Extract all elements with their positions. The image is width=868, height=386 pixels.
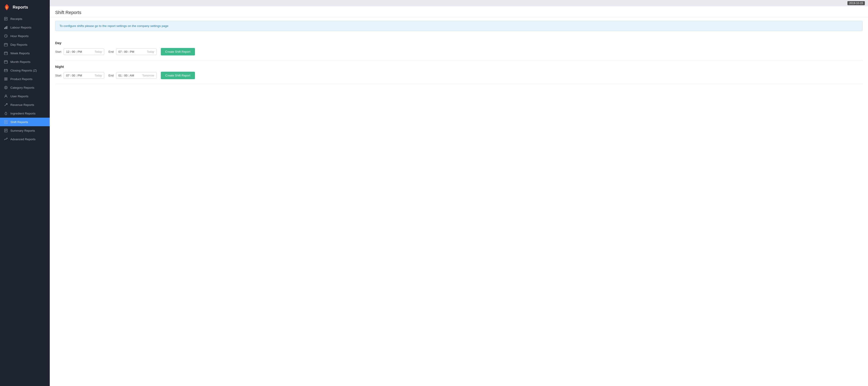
sidebar-item-month-reports[interactable]: Month Reports: [0, 57, 50, 66]
closing-icon: [4, 68, 8, 72]
start-time-value: 12 : 00 : PM: [66, 50, 93, 53]
sidebar-item-label: Revenue Reports: [10, 103, 46, 107]
sidebar-item-day-reports[interactable]: Day Reports: [0, 40, 50, 49]
svg-rect-26: [4, 78, 6, 79]
svg-rect-28: [4, 79, 6, 80]
start-label: Start: [55, 50, 61, 53]
svg-point-31: [5, 87, 6, 88]
end-field-group: End 01 : 00 : AM Tomorrow: [108, 72, 156, 79]
svg-rect-10: [4, 43, 7, 46]
sidebar-item-label: Closing Reports (Z): [10, 69, 46, 72]
end-field-group: End 07 : 00 : PM Today: [108, 49, 156, 55]
start-time-input-day[interactable]: 12 : 00 : PM Today: [64, 49, 104, 55]
create-shift-report-button-day[interactable]: Create Shift Report: [161, 48, 195, 55]
month-icon: [4, 60, 8, 64]
summary-icon: [4, 129, 8, 132]
start-field-group: Start 12 : 00 : PM Today: [55, 49, 104, 55]
sidebar-item-labour-reports[interactable]: Labour Reports: [0, 23, 50, 32]
shift-row-day: Start 12 : 00 : PM Today End 07 : 00 : P…: [55, 48, 863, 55]
svg-rect-5: [5, 27, 6, 29]
app-logo: [3, 4, 10, 11]
sidebar-item-category-reports[interactable]: Category Reports: [0, 83, 50, 92]
sidebar-item-label: Day Reports: [10, 43, 46, 47]
sidebar-item-label: Ingredient Reports: [10, 112, 46, 115]
sidebar-item-advanced-reports[interactable]: Advanced Reports: [0, 135, 50, 144]
shift-name-day: Day: [55, 41, 863, 45]
shift-section-night: Night Start 07 : 00 : PM Today End 01 : …: [55, 60, 863, 84]
top-bar: 2019-10-15: [50, 0, 868, 6]
sidebar-item-revenue-reports[interactable]: Revenue Reports: [0, 100, 50, 109]
start-time-day: Today: [95, 50, 102, 53]
sidebar-header: Reports: [0, 0, 50, 14]
end-time-day: Tomorrow: [142, 74, 154, 77]
advanced-icon: [4, 137, 8, 141]
sidebar-item-label: Week Reports: [10, 52, 46, 55]
sidebar-item-week-reports[interactable]: Week Reports: [0, 49, 50, 57]
date-badge: 2019-10-15: [847, 1, 865, 5]
end-time-day: Today: [147, 50, 154, 53]
main-content: 2019-10-15 Shift Reports To configure sh…: [50, 0, 868, 386]
day-icon: [4, 43, 8, 47]
end-time-value: 07 : 00 : PM: [119, 50, 146, 53]
sidebar-item-label: Month Reports: [10, 60, 46, 64]
category-icon: [4, 86, 8, 89]
end-label: End: [108, 74, 114, 77]
sidebar-item-label: Advanced Reports: [10, 138, 46, 141]
svg-rect-4: [4, 28, 5, 29]
sidebar-item-closing-reports[interactable]: Closing Reports (Z): [0, 66, 50, 75]
user-icon: [4, 94, 8, 98]
start-field-group: Start 07 : 00 : PM Today: [55, 72, 104, 79]
shift-row-night: Start 07 : 00 : PM Today End 01 : 00 : A…: [55, 72, 863, 79]
sidebar-item-label: Summary Reports: [10, 129, 46, 132]
end-time-value: 01 : 00 : AM: [119, 74, 141, 77]
sidebar: Reports Receipts Labour Reports Hour Rep…: [0, 0, 50, 386]
start-label: Start: [55, 74, 61, 77]
create-shift-report-button-night[interactable]: Create Shift Report: [161, 72, 195, 79]
product-icon: [4, 77, 8, 81]
svg-rect-29: [6, 79, 7, 80]
shift-name-night: Night: [55, 65, 863, 68]
sidebar-item-label: Hour Reports: [10, 34, 46, 38]
end-time-input-night[interactable]: 01 : 00 : AM Tomorrow: [116, 72, 157, 79]
shift-section-day: Day Start 12 : 00 : PM Today End 07 : 00…: [55, 36, 863, 60]
receipt-icon: [4, 17, 8, 21]
svg-rect-14: [4, 52, 7, 55]
sidebar-item-label: User Reports: [10, 95, 46, 98]
sidebar-item-label: Receipts: [10, 17, 46, 21]
revenue-icon: [4, 103, 8, 107]
sidebar-item-summary-reports[interactable]: Summary Reports: [0, 126, 50, 135]
sidebar-item-hour-reports[interactable]: Hour Reports: [0, 32, 50, 40]
page-title: Shift Reports: [55, 10, 82, 15]
start-time-input-night[interactable]: 07 : 00 : PM Today: [64, 72, 104, 79]
end-label: End: [108, 50, 114, 53]
sidebar-nav: Receipts Labour Reports Hour Reports Day…: [0, 14, 50, 144]
start-time-value: 07 : 00 : PM: [66, 74, 93, 77]
week-icon: [4, 51, 8, 55]
sidebar-item-user-reports[interactable]: User Reports: [0, 92, 50, 100]
svg-rect-22: [4, 69, 7, 72]
shift-icon: [4, 120, 8, 124]
sidebar-item-ingredient-reports[interactable]: Ingredient Reports: [0, 109, 50, 118]
app-title: Reports: [13, 5, 28, 10]
sidebar-item-label: Category Reports: [10, 86, 46, 89]
svg-line-9: [6, 36, 6, 36]
svg-point-34: [5, 95, 6, 96]
page-header: Shift Reports: [50, 6, 868, 17]
end-time-input-day[interactable]: 07 : 00 : PM Today: [116, 49, 157, 55]
svg-rect-6: [6, 26, 7, 29]
ingredient-icon: [4, 112, 8, 115]
svg-rect-18: [4, 61, 7, 63]
sidebar-item-label: Product Reports: [10, 78, 46, 81]
sidebar-item-product-reports[interactable]: Product Reports: [0, 75, 50, 83]
sidebar-item-label: Labour Reports: [10, 26, 46, 29]
start-time-day: Today: [95, 74, 102, 77]
labour-icon: [4, 26, 8, 29]
sidebar-item-receipts[interactable]: Receipts: [0, 14, 50, 23]
shifts-container: Day Start 12 : 00 : PM Today End 07 : 00…: [50, 35, 868, 86]
sidebar-item-shift-reports[interactable]: Shift Reports: [0, 118, 50, 126]
hour-icon: [4, 34, 8, 38]
sidebar-item-label: Shift Reports: [10, 120, 46, 124]
info-banner: To configure shifts please go to the rep…: [55, 21, 863, 31]
svg-line-35: [4, 103, 7, 106]
svg-rect-27: [6, 78, 7, 79]
